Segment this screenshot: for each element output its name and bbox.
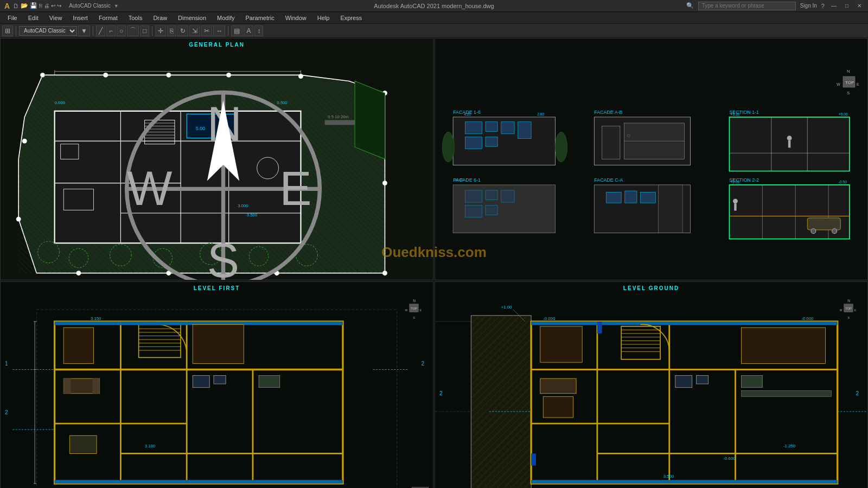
svg-text:W: W bbox=[127, 161, 173, 215]
menu-item-view[interactable]: View bbox=[44, 14, 68, 22]
viewport-level-ground[interactable]: LEVEL GROUND N TOP W E S 2 2 bbox=[435, 281, 868, 488]
menu-item-insert[interactable]: Insert bbox=[67, 14, 93, 22]
circle-tool[interactable]: ○ bbox=[117, 25, 126, 36]
scale-tool[interactable]: ⇲ bbox=[189, 25, 200, 36]
svg-text:◻: ◻ bbox=[627, 133, 630, 137]
saveas-icon[interactable]: ⎘ bbox=[39, 3, 42, 9]
svg-point-119 bbox=[811, 229, 816, 234]
svg-rect-158 bbox=[193, 375, 209, 387]
svg-rect-108 bbox=[606, 192, 621, 203]
menu-item-help[interactable]: Help bbox=[312, 14, 335, 22]
main-area: GENERAL PLAN N S W E bbox=[0, 38, 868, 466]
menu-item-express[interactable]: Express bbox=[335, 14, 367, 22]
svg-rect-162 bbox=[193, 324, 244, 363]
search-input[interactable] bbox=[698, 2, 796, 10]
dim-tool[interactable]: ↕ bbox=[254, 25, 263, 36]
svg-rect-122 bbox=[734, 203, 736, 210]
svg-rect-109 bbox=[625, 191, 637, 203]
title-bar: A 🗋 📂 💾 ⎘ 🖨 ↩ ↪ AutoCAD Classic ▼ Autode… bbox=[0, 0, 868, 12]
svg-rect-72 bbox=[486, 122, 497, 132]
svg-rect-212 bbox=[540, 326, 582, 362]
help-icon[interactable]: ? bbox=[821, 3, 825, 9]
viewport-level-first[interactable]: LEVEL FIRST TOP WCS N TOP W E S 1 2 2 bbox=[0, 281, 433, 488]
text-tool[interactable]: A bbox=[244, 25, 253, 36]
svg-point-77 bbox=[442, 132, 454, 162]
rotate-tool[interactable]: ↻ bbox=[177, 25, 188, 36]
svg-text:3.500: 3.500 bbox=[663, 474, 674, 479]
svg-rect-157 bbox=[69, 435, 97, 453]
close-button[interactable]: ✕ bbox=[855, 3, 864, 9]
toolbar: ⊞ AutoCAD Classic ▼ ╱ ⌐ ○ ⌒ □ ✛ ⎘ ↻ ⇲ ✂ … bbox=[0, 24, 868, 38]
menu-item-edit[interactable]: Edit bbox=[23, 14, 44, 22]
svg-text:S: S bbox=[207, 233, 239, 280]
print-icon[interactable]: 🖨 bbox=[44, 3, 49, 9]
undo-icon[interactable]: ↩ bbox=[51, 3, 55, 9]
menu-item-parametric[interactable]: Parametric bbox=[240, 14, 279, 22]
svg-rect-190 bbox=[471, 316, 531, 488]
layer-icon[interactable]: ⊞ bbox=[2, 25, 13, 36]
minimize-button[interactable]: — bbox=[829, 3, 839, 9]
svg-rect-74 bbox=[486, 137, 497, 146]
svg-text:TOP: TOP bbox=[845, 80, 854, 85]
line-tool[interactable]: ╱ bbox=[96, 25, 105, 36]
svg-rect-118 bbox=[807, 218, 840, 230]
workspace-config-icon[interactable]: ▼ bbox=[78, 25, 90, 36]
arc-tool[interactable]: ⌒ bbox=[127, 25, 139, 36]
svg-text:S: S bbox=[413, 316, 415, 319]
viewport-facades[interactable]: N TOP W E S FACADE 1-6 bbox=[435, 38, 868, 280]
svg-rect-111 bbox=[659, 185, 682, 233]
svg-rect-110 bbox=[641, 192, 656, 203]
svg-rect-104 bbox=[453, 185, 555, 233]
open-icon[interactable]: 📂 bbox=[21, 2, 28, 9]
level-marker-1: 1 bbox=[5, 361, 8, 367]
quick-access-toolbar: 🗋 📂 💾 ⎘ 🖨 ↩ ↪ bbox=[13, 2, 61, 9]
menu-item-modify[interactable]: Modify bbox=[212, 14, 240, 22]
svg-rect-199 bbox=[531, 480, 838, 484]
viewport-general-plan[interactable]: GENERAL PLAN N S W E bbox=[0, 38, 433, 280]
svg-rect-75 bbox=[501, 122, 514, 134]
svg-rect-161 bbox=[63, 328, 93, 363]
svg-rect-113 bbox=[729, 185, 849, 239]
svg-rect-76 bbox=[518, 122, 531, 139]
svg-rect-217 bbox=[742, 328, 826, 363]
extend-tool[interactable]: ↔ bbox=[213, 25, 225, 36]
workspace-select[interactable]: AutoCAD Classic bbox=[19, 26, 77, 36]
maximize-button[interactable]: □ bbox=[843, 3, 851, 9]
svg-text:TOP: TOP bbox=[411, 307, 417, 310]
move-tool[interactable]: ✛ bbox=[155, 25, 166, 36]
save-icon[interactable]: 💾 bbox=[30, 2, 37, 9]
hatch-tool[interactable]: ▤ bbox=[231, 25, 242, 36]
trim-tool[interactable]: ✂ bbox=[201, 25, 212, 36]
menu-item-draw[interactable]: Draw bbox=[148, 14, 173, 22]
svg-text:W: W bbox=[840, 309, 843, 312]
svg-text:3.150: 3.150 bbox=[91, 316, 101, 320]
svg-text:-0.600: -0.600 bbox=[723, 455, 735, 460]
polyline-tool[interactable]: ⌐ bbox=[106, 25, 116, 36]
signin-button[interactable]: Sign In bbox=[800, 3, 817, 9]
menu-item-tools[interactable]: Tools bbox=[123, 14, 148, 22]
copy-tool[interactable]: ⎘ bbox=[167, 25, 176, 36]
new-icon[interactable]: 🗋 bbox=[13, 3, 19, 9]
svg-rect-156 bbox=[92, 378, 99, 394]
svg-rect-215 bbox=[742, 375, 763, 387]
svg-rect-160 bbox=[259, 375, 280, 387]
menu-item-window[interactable]: Window bbox=[280, 14, 312, 22]
svg-text:FACADE C-A: FACADE C-A bbox=[594, 177, 623, 183]
svg-rect-149 bbox=[55, 322, 121, 325]
svg-text:-0.000: -0.000 bbox=[543, 316, 555, 320]
menu-item-dimension[interactable]: Dimension bbox=[173, 14, 212, 22]
svg-point-78 bbox=[555, 132, 567, 162]
nav-cube-tr: N TOP W E S bbox=[835, 68, 862, 101]
menu-item-file[interactable]: File bbox=[2, 14, 23, 22]
rect-tool[interactable]: □ bbox=[140, 25, 149, 36]
title-left: A 🗋 📂 💾 ⎘ 🖨 ↩ ↪ AutoCAD Classic ▼ bbox=[4, 2, 119, 10]
menu-item-format[interactable]: Format bbox=[93, 14, 123, 22]
svg-rect-71 bbox=[465, 122, 482, 134]
svg-rect-213 bbox=[675, 375, 692, 387]
svg-rect-152 bbox=[253, 322, 343, 325]
workspace-dropdown-icon[interactable]: ▼ bbox=[114, 3, 119, 9]
svg-rect-153 bbox=[55, 480, 343, 484]
search-icon: 🔍 bbox=[686, 2, 694, 9]
redo-icon[interactable]: ↪ bbox=[57, 3, 61, 9]
viewports-grid: GENERAL PLAN N S W E bbox=[0, 38, 868, 488]
